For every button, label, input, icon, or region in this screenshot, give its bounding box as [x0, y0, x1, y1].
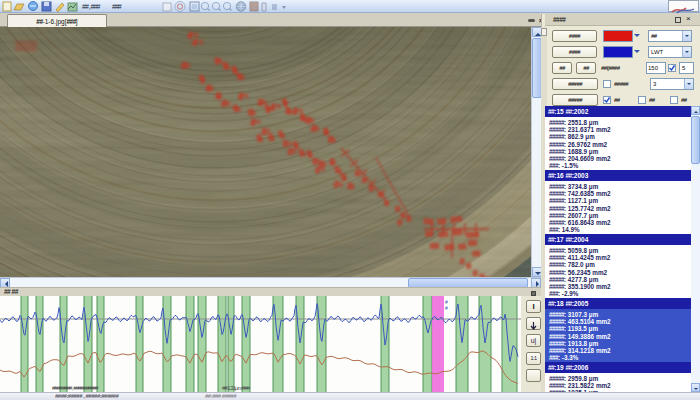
svg-text:##:1.31μm/###: ##:1.31μm/### — [222, 385, 251, 391]
svg-text:#: # — [445, 305, 448, 311]
svg-text:###: ### — [112, 3, 122, 10]
svg-text:####:#### , #####:#####: ####:#### , #####:##### — [52, 385, 99, 391]
svg-text:## , ###: ## , ### — [82, 3, 100, 10]
